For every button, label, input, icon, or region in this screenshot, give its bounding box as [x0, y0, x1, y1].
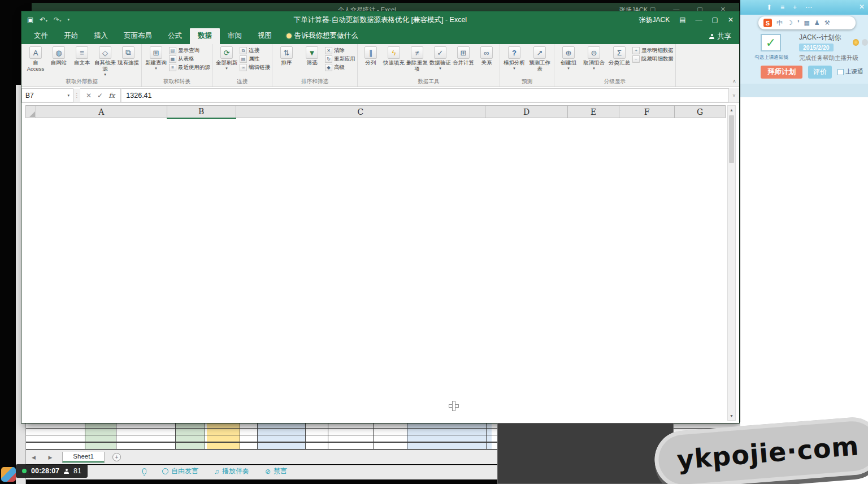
dropdown-caret-icon: ▾ — [155, 66, 157, 71]
tab-layout[interactable]: 页面布局 — [116, 28, 160, 44]
play-accompaniment-button[interactable]: ♫ 播放伴奏 — [214, 466, 249, 476]
ribbon-button[interactable]: ≠删除重复项 — [406, 45, 428, 72]
ribbon-small-button[interactable]: ≡最近使用的源 — [169, 64, 210, 71]
ribbon-button[interactable]: ▼筛选 — [300, 45, 324, 66]
ime-moon-icon[interactable]: ☽ — [787, 19, 793, 27]
consolidate-icon: ⊞ — [457, 46, 470, 59]
ribbon-button[interactable]: ✓数据验证▾ — [429, 45, 452, 71]
ribbon-button[interactable]: ⇅排序 — [274, 45, 299, 66]
tab-file[interactable]: 文件 — [26, 28, 56, 44]
ime-toolbox-icon[interactable]: ⚒ — [824, 19, 830, 27]
lesson-task: 完成任务帮助主播升级 — [799, 54, 858, 62]
select-all-corner[interactable] — [26, 106, 36, 118]
name-box[interactable]: B7 ▾ — [21, 88, 73, 102]
ribbon-small-button[interactable]: ∞编辑链接 — [240, 64, 270, 71]
scroll-down-icon[interactable]: ▼ — [728, 412, 735, 420]
ribbon-display-options-icon[interactable]: ▤ — [679, 16, 685, 24]
ribbon-button[interactable]: ⊞合并计算 — [452, 45, 475, 66]
ribbon-small-button[interactable]: +显示明细数据 — [632, 47, 674, 54]
ribbon-button[interactable]: ⊞新建查询▾ — [144, 45, 168, 71]
column-header-E[interactable]: E — [568, 106, 619, 118]
insert-function-icon[interactable]: fx — [108, 92, 115, 100]
ribbon-button[interactable]: ?模拟分析▾ — [502, 45, 527, 71]
close-icon[interactable]: ✕ — [728, 16, 734, 24]
column-header-C[interactable]: C — [236, 106, 485, 118]
ribbon-button[interactable]: ⟳全部刷新▾ — [214, 45, 239, 71]
ime-chinese-mode-icon[interactable]: 中 — [776, 19, 783, 27]
ribbon-small-button[interactable]: ▤属性 — [240, 55, 270, 63]
collapse-ribbon-icon[interactable]: ˄ — [733, 79, 736, 84]
rate-button[interactable]: 评价 — [808, 66, 832, 79]
ribbon-group-连接: ⟳全部刷新▾⧉连接▤属性∞编辑链接连接 — [212, 44, 272, 87]
column-header-A[interactable]: A — [36, 106, 167, 118]
ribbon-button[interactable]: ↗预测工作表 — [527, 45, 552, 72]
from-text-icon: ≡ — [76, 46, 88, 59]
class-notify-check-icon[interactable]: ✓ — [761, 34, 781, 51]
remove-duplicates-icon: ≠ — [411, 46, 423, 59]
class-notify-checkbox-row[interactable]: 上课通 — [837, 68, 863, 76]
panel-more-icon[interactable]: ⋯ — [805, 3, 812, 11]
sheet-tab-sheet1[interactable]: Sheet1 — [62, 452, 104, 463]
vertical-scrollbar[interactable]: ▲ ▼ — [727, 105, 736, 421]
enter-icon[interactable]: ✓ — [97, 92, 103, 100]
minimize-icon[interactable]: — — [696, 16, 702, 24]
ribbon-small-button[interactable]: ▤显示查询 — [169, 47, 210, 54]
microphone-icon[interactable] — [142, 468, 146, 474]
column-header-D[interactable]: D — [485, 106, 568, 118]
panel-list-icon[interactable]: ≡ — [780, 3, 784, 11]
name-box-caret-icon[interactable]: ▾ — [67, 93, 70, 98]
maximize-icon[interactable]: ▢ — [712, 16, 718, 24]
tab-review[interactable]: 审阅 — [220, 28, 250, 44]
cancel-icon[interactable]: ✕ — [86, 92, 92, 100]
formula-input[interactable]: 1326.41 — [121, 88, 729, 102]
ime-keyboard-icon[interactable]: ▦ — [804, 19, 809, 27]
vertical-scroll-thumb[interactable] — [729, 115, 734, 163]
class-notify-caption: 勾选上课通知我 — [754, 54, 789, 61]
ribbon-small-button[interactable]: ▦从表格 — [169, 55, 210, 63]
panel-plus-icon[interactable]: + — [793, 3, 797, 11]
checkbox-icon[interactable] — [837, 69, 844, 75]
new-query-icon: ⊞ — [150, 46, 162, 59]
free-speech-button[interactable]: 自由发言 — [162, 466, 198, 476]
ribbon-button[interactable]: ◇自其他来源▾ — [94, 45, 116, 77]
tell-me-box[interactable]: 告诉我你想要做什么 — [280, 28, 365, 44]
ribbon-small-button[interactable]: ◆高级 — [325, 64, 355, 71]
ribbon-button[interactable]: ≡自文本 — [71, 45, 93, 66]
ribbon-button[interactable]: ϟ快速填充 — [383, 45, 405, 66]
ime-skin-icon[interactable]: ♟ — [814, 19, 820, 27]
ribbon-button[interactable]: ⊖取消组合▾ — [581, 45, 606, 71]
column-header-F[interactable]: F — [619, 106, 675, 118]
add-sheet-button[interactable]: + — [112, 453, 121, 461]
column-header-B[interactable]: B — [167, 106, 236, 118]
tab-data[interactable]: 数据 — [190, 28, 220, 44]
ribbon-small-button[interactable]: −隐藏明细数据 — [632, 55, 674, 63]
ribbon-button[interactable]: ⧉现有连接 — [117, 45, 140, 66]
tab-view[interactable]: 视图 — [250, 28, 280, 44]
panel-up-icon[interactable]: ⬆ — [766, 3, 772, 11]
share-person-icon — [709, 34, 714, 39]
account-user[interactable]: 张扬JACK — [639, 15, 670, 25]
share-button[interactable]: 共享 — [709, 32, 731, 41]
scroll-up-icon[interactable]: ▲ — [728, 106, 735, 114]
ribbon-button[interactable]: ∥分列 — [359, 45, 382, 66]
formula-bar-expand-icon[interactable]: ˅ — [729, 88, 739, 102]
tab-home[interactable]: 开始 — [56, 28, 86, 44]
ime-logo-icon[interactable]: S — [763, 19, 772, 27]
sheet-nav-arrows-icon[interactable]: ◀ ▶ — [26, 455, 62, 460]
properties-icon: ▤ — [240, 55, 247, 63]
ribbon-button[interactable]: ◍自网站 — [47, 45, 70, 66]
tab-formulas[interactable]: 公式 — [160, 28, 190, 44]
ribbon-small-button[interactable]: ↻重新应用 — [325, 55, 355, 63]
ribbon-button[interactable]: A自 Access — [24, 45, 47, 72]
mute-button[interactable]: ⊘ 禁言 — [265, 466, 287, 476]
column-header-G[interactable]: G — [675, 106, 726, 118]
mentor-plan-button[interactable]: 拜师计划 — [761, 66, 802, 79]
ribbon-small-button[interactable]: ⧉连接 — [240, 47, 270, 54]
ribbon-small-button[interactable]: ✕清除 — [325, 47, 355, 54]
panel-close-icon[interactable]: ✕ — [859, 3, 865, 11]
tab-insert[interactable]: 插入 — [86, 28, 116, 44]
ime-punctuation-icon[interactable]: ❜ — [797, 19, 800, 27]
ribbon-button[interactable]: ⊕创建组▾ — [556, 45, 581, 71]
ribbon-button[interactable]: Σ分类汇总 — [607, 45, 632, 66]
ribbon-button[interactable]: ∞关系 — [475, 45, 498, 66]
